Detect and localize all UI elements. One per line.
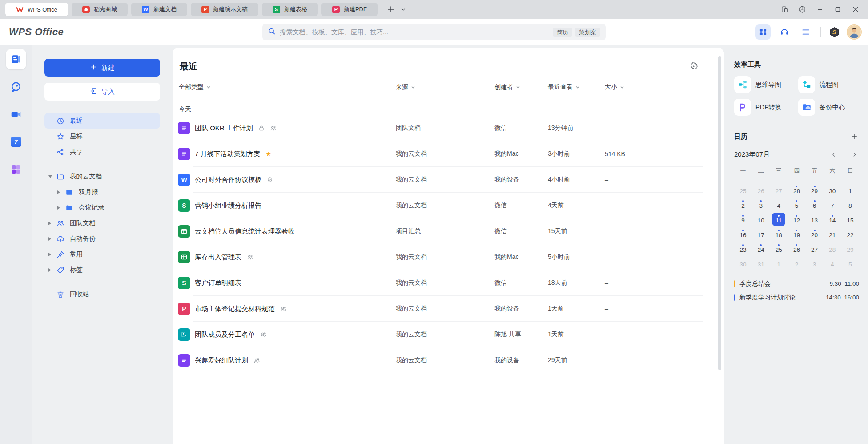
menu-hamburger-button[interactable] xyxy=(798,24,813,40)
file-row[interactable]: 库存出入管理表 我的云文档 我的Mac 5小时前 – xyxy=(173,244,724,270)
calendar-day[interactable]: 5 xyxy=(841,256,859,270)
calendar-day[interactable]: 1 xyxy=(770,256,788,270)
devices-icon[interactable] xyxy=(777,3,792,16)
search-input[interactable] xyxy=(280,28,546,36)
caret-right-icon[interactable] xyxy=(48,237,51,241)
calendar-day[interactable]: 4 xyxy=(770,197,788,212)
maximize-button[interactable] xyxy=(831,3,845,16)
filter-来源[interactable]: 来源 xyxy=(396,83,494,91)
calendar-day[interactable]: 21 xyxy=(824,226,841,241)
file-row[interactable]: 团队成员及分工名单 我的云文档 陈旭 共享 1天前 – xyxy=(173,322,724,347)
calendar-day[interactable]: 27 xyxy=(806,241,824,256)
calendar-day[interactable]: 9 xyxy=(734,212,752,226)
caret-down-icon[interactable] xyxy=(48,175,52,178)
rail-item-documents[interactable] xyxy=(6,49,26,69)
calendar-day[interactable]: 5 xyxy=(788,197,805,212)
support-headset-button[interactable] xyxy=(777,24,792,40)
sidebar-item-星标[interactable]: 星标 xyxy=(44,129,160,144)
calendar-day[interactable]: 28 xyxy=(788,182,805,197)
caret-right-icon[interactable] xyxy=(57,190,60,194)
tool-思维导图[interactable]: 思维导图 xyxy=(734,76,796,93)
sidebar-item-自动备份[interactable]: 自动备份 xyxy=(44,231,160,246)
file-row[interactable]: 团队 OKR 工作计划 团队文档 微信 13分钟前 – xyxy=(173,115,724,141)
sidebar-item-常用[interactable]: 常用 xyxy=(44,246,160,262)
filter-大小[interactable]: 大小 xyxy=(605,83,624,91)
settings-gear-icon[interactable] xyxy=(690,62,698,72)
calendar-day[interactable]: 23 xyxy=(734,241,752,256)
sidebar-item-会议记录[interactable]: 会议记录 xyxy=(44,200,160,215)
calendar-day[interactable]: 30 xyxy=(824,182,841,197)
caret-right-icon[interactable] xyxy=(48,268,51,272)
calendar-day[interactable]: 6 xyxy=(806,197,824,212)
filter-创建者[interactable]: 创建者 xyxy=(494,83,548,91)
sidebar-item-双月报[interactable]: 双月报 xyxy=(44,184,160,200)
sidebar-item-标签[interactable]: 标签 xyxy=(44,262,160,278)
tab-新建演示文稿[interactable]: P新建演示文稿 xyxy=(191,3,258,16)
new-button[interactable]: 新建 xyxy=(44,59,160,77)
calendar-day[interactable]: 4 xyxy=(824,256,841,270)
workspace-cube-icon[interactable] xyxy=(795,3,809,16)
svip-badge[interactable]: S xyxy=(828,26,840,38)
calendar-day[interactable]: 24 xyxy=(752,241,770,256)
calendar-day[interactable]: 26 xyxy=(788,241,805,256)
calendar-day[interactable]: 22 xyxy=(841,226,859,241)
calendar-day[interactable]: 10 xyxy=(752,212,770,226)
calendar-day[interactable]: 3 xyxy=(806,256,824,270)
sidebar-item-回收站[interactable]: 回收站 xyxy=(44,287,160,302)
rail-item-calendar[interactable]: 7 xyxy=(6,132,26,152)
calendar-day[interactable]: 26 xyxy=(752,182,770,197)
caret-right-icon[interactable] xyxy=(48,253,51,256)
calendar-day[interactable]: 20 xyxy=(806,226,824,241)
apps-grid-button[interactable] xyxy=(755,24,771,40)
calendar-day[interactable]: 19 xyxy=(788,226,805,241)
add-event-plus-icon[interactable] xyxy=(849,132,859,141)
calendar-next-icon[interactable] xyxy=(849,149,859,159)
file-row[interactable]: W公司对外合作协议模板 我的云文档 我的设备 4小时前 – xyxy=(173,167,724,193)
new-tab-button[interactable] xyxy=(385,3,397,16)
tab-WPS Office[interactable]: WPS Office xyxy=(5,3,68,16)
calendar-day[interactable]: 27 xyxy=(770,182,788,197)
tab-稻壳商城[interactable]: 稻壳商城 xyxy=(72,3,128,16)
rail-item-meeting[interactable] xyxy=(6,104,26,125)
sidebar-item-我的云文档[interactable]: 我的云文档 xyxy=(44,169,160,184)
file-row[interactable]: P市场主体登记提交材料规范 我的云文档 我的设备 1天前 – xyxy=(173,296,724,322)
file-row[interactable]: 云文档管人员信息统计表理器验收 项目汇总 微信 15天前 – xyxy=(173,218,724,244)
calendar-day[interactable]: 25 xyxy=(770,241,788,256)
calendar-day[interactable]: 2 xyxy=(788,256,805,270)
calendar-prev-icon[interactable] xyxy=(829,149,839,159)
search-tag[interactable]: 简历 xyxy=(553,28,572,37)
calendar-event[interactable]: 季度总结会9:30–11:00 xyxy=(734,277,859,291)
calendar-day[interactable]: 1 xyxy=(841,182,859,197)
calendar-day[interactable]: 17 xyxy=(752,226,770,241)
calendar-day[interactable]: 13 xyxy=(806,212,824,226)
calendar-event[interactable]: 新季度学习计划讨论14:30–16:00 xyxy=(734,291,859,304)
search-bar[interactable]: 简历策划案 xyxy=(262,24,606,40)
tab-新建文档[interactable]: W新建文档 xyxy=(131,3,187,16)
calendar-day[interactable]: 12 xyxy=(788,212,805,226)
import-button[interactable]: 导入 xyxy=(44,83,160,101)
tool-流程图[interactable]: 流程图 xyxy=(798,76,860,93)
file-row[interactable]: S客户订单明细表 我的云文档 微信 18天前 – xyxy=(173,270,724,296)
calendar-day[interactable]: 11 xyxy=(770,212,788,226)
calendar-day[interactable]: 18 xyxy=(770,226,788,241)
tab-新建表格[interactable]: S新建表格 xyxy=(262,3,318,16)
filter-最近查看[interactable]: 最近查看 xyxy=(548,83,605,91)
file-row[interactable]: 7 月线下活动策划方案★ 我的云文档 我的Mac 3小时前 514 KB xyxy=(173,141,724,167)
sidebar-item-最近[interactable]: 最近 xyxy=(44,113,160,129)
tool-PDF转换[interactable]: PDF转换 xyxy=(734,99,796,116)
minimize-button[interactable] xyxy=(813,3,827,16)
close-button[interactable] xyxy=(848,3,863,16)
caret-right-icon[interactable] xyxy=(57,206,60,210)
calendar-day[interactable]: 28 xyxy=(824,241,841,256)
calendar-day[interactable]: 31 xyxy=(752,256,770,270)
tool-备份中心[interactable]: 备份中心 xyxy=(798,99,860,116)
search-tag[interactable]: 策划案 xyxy=(575,28,600,37)
rail-item-chat[interactable] xyxy=(6,77,26,97)
user-avatar[interactable] xyxy=(847,24,862,40)
caret-right-icon[interactable] xyxy=(48,222,51,225)
tab-新建PDF[interactable]: P新建PDF xyxy=(321,3,378,16)
calendar-day[interactable]: 14 xyxy=(824,212,841,226)
calendar-day[interactable]: 30 xyxy=(734,256,752,270)
calendar-day[interactable]: 16 xyxy=(734,226,752,241)
calendar-day[interactable]: 25 xyxy=(734,182,752,197)
